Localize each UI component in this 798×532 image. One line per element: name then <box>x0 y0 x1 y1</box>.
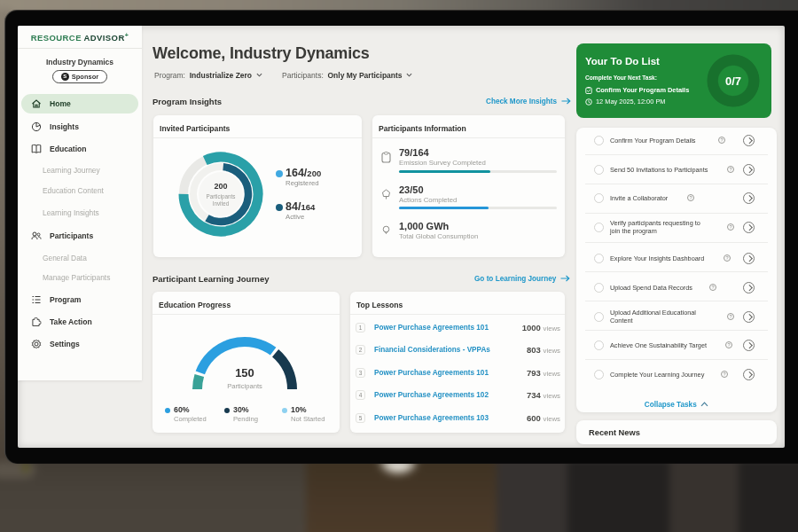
svg-text:Participants: Participants <box>207 193 236 200</box>
svg-text:Invited: Invited <box>213 200 230 207</box>
svg-text:200: 200 <box>214 182 227 191</box>
